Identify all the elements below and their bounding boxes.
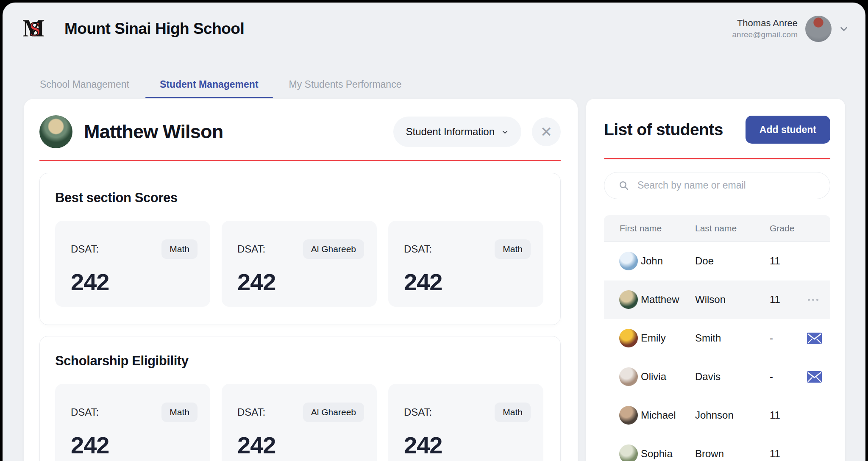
score-tile: DSAT: Al Ghareeb 242 [222,384,377,461]
logo-letter-s: S [29,19,41,39]
column-header: First name [620,223,695,233]
app-window: M S Mount Sinai High School Thomas Anree… [3,3,865,461]
mail-icon[interactable] [807,371,822,383]
subject-badge: Math [161,239,198,259]
user-name: Thomas Anree [732,17,798,30]
student-row-avatar [619,367,638,386]
tab-bar: School Management Student Management My … [25,70,416,98]
score-tile: DSAT: Math 242 [55,384,210,461]
score-value: 242 [71,431,198,459]
student-detail-header: Matthew Wilson Student Information ✕ [39,115,561,149]
main-content: Matthew Wilson Student Information ✕ Bes… [3,99,865,461]
score-label: DSAT: [237,243,265,255]
score-label: DSAT: [71,243,99,255]
table-row[interactable]: Sophia Brown 11 [604,435,830,461]
grade-cell: - [770,332,807,344]
grade-cell: - [770,371,807,383]
students-table: John Doe 11 Matthew Wilson 11 [604,242,830,461]
card-title: Scholarship Eligibility [55,353,544,369]
search-input[interactable] [637,179,820,192]
grade-cell: 11 [770,255,807,267]
table-header: First nameLast nameGrade [604,215,830,242]
first-name-cell: Sophia [641,448,695,460]
user-email: anree@gmail.com [732,30,798,40]
tab[interactable]: My Students Performance [275,70,416,98]
user-avatar[interactable] [805,16,832,42]
user-info: Thomas Anree anree@gmail.com [732,17,798,40]
school-name: Mount Sinai High School [64,20,244,38]
score-tile: DSAT: Al Ghareeb 242 [222,221,377,307]
last-name-cell: Davis [695,371,770,383]
score-label: DSAT: [404,243,432,255]
more-menu-icon[interactable] [807,296,819,303]
score-value: 242 [237,268,364,296]
score-tile: DSAT: Math 242 [55,221,210,307]
close-button[interactable]: ✕ [532,117,561,146]
student-row-avatar [619,252,638,270]
student-row-avatar [619,290,638,309]
last-name-cell: Doe [695,255,770,267]
score-label: DSAT: [404,406,432,418]
student-row-avatar [619,329,638,347]
student-row-avatar [619,444,638,461]
chevron-down-icon [501,128,509,136]
score-value: 242 [237,431,364,459]
student-detail-panel: Matthew Wilson Student Information ✕ Bes… [24,99,578,461]
student-row-avatar [619,406,638,425]
table-row[interactable]: Michael Johnson 11 [604,396,830,435]
header: M S Mount Sinai High School Thomas Anree… [22,14,849,44]
grade-cell: 11 [770,294,807,305]
card-title: Best section Scores [55,190,544,206]
first-name-cell: John [641,255,695,267]
student-avatar [39,115,72,148]
students-list-header: List of students Add student [604,116,830,144]
score-value: 242 [71,268,198,296]
last-name-cell: Wilson [695,294,770,305]
best-section-scores-card: Best section Scores DSAT: Math 242 [39,173,561,325]
tab[interactable]: Student Management [145,70,273,98]
score-tile: DSAT: Math 242 [388,221,543,307]
subject-badge: Math [495,403,531,422]
table-row[interactable]: Emily Smith - [604,319,830,358]
first-name-cell: Emily [641,332,695,344]
first-name-cell: Michael [641,409,695,421]
user-menu[interactable]: Thomas Anree anree@gmail.com [732,16,849,42]
score-tiles: DSAT: Math 242 DSAT: Al Ghareeb 242 [55,221,544,307]
red-divider [39,160,561,161]
subject-badge: Math [161,403,198,422]
add-student-button[interactable]: Add student [746,116,830,144]
first-name-cell: Matthew [641,294,695,305]
score-tile: DSAT: Math 242 [388,384,543,461]
table-row[interactable]: Olivia Davis - [604,358,830,396]
last-name-cell: Smith [695,332,770,344]
score-value: 242 [404,431,531,459]
search-icon [618,180,629,191]
column-header: Last name [695,223,770,233]
grade-cell: 11 [770,409,807,421]
first-name-cell: Olivia [641,371,695,383]
tab[interactable]: School Management [25,70,144,98]
subject-badge: Al Ghareeb [303,239,364,259]
column-header: Grade [770,223,830,233]
table-row[interactable]: John Doe 11 [604,242,830,280]
section-selector-dropdown[interactable]: Student Information [393,117,521,147]
grade-cell: 11 [770,448,807,460]
subject-badge: Al Ghareeb [303,403,364,422]
close-icon: ✕ [540,124,553,140]
students-list-panel: List of students Add student First nameL… [586,99,845,461]
school-logo: M S [22,15,50,43]
score-label: DSAT: [71,406,99,418]
student-name: Matthew Wilson [84,121,223,143]
subject-badge: Math [495,239,531,259]
scholarship-eligibility-card: Scholarship Eligibility DSAT: Math 242 [39,336,561,461]
score-tiles: DSAT: Math 242 DSAT: Al Ghareeb 242 [55,384,544,461]
list-title: List of students [604,120,723,139]
chevron-down-icon[interactable] [839,24,849,33]
last-name-cell: Brown [695,448,770,460]
last-name-cell: Johnson [695,409,770,421]
mail-icon[interactable] [807,333,822,344]
search-box [604,172,830,199]
red-divider [604,158,830,159]
table-row[interactable]: Matthew Wilson 11 [604,280,830,319]
score-value: 242 [404,268,531,296]
